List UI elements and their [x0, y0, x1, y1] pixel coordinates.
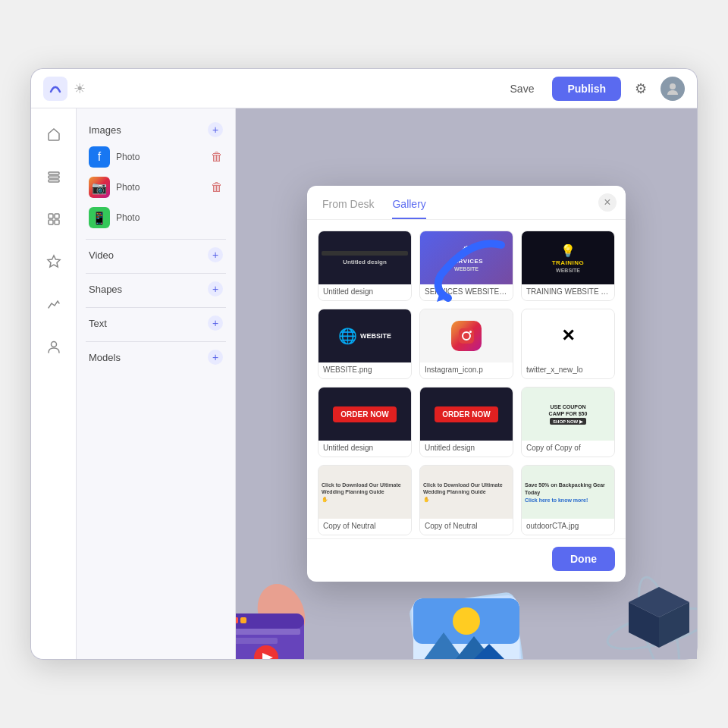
done-button[interactable]: Done: [552, 547, 615, 571]
phone-photo-label: Photo: [116, 212, 140, 223]
grid-item-order2[interactable]: ORDER NOW Untitled design: [419, 387, 513, 457]
instagram-photo-label: Photo: [116, 182, 140, 193]
panel-section-models: Models +: [86, 345, 226, 369]
grid-item-neutral1[interactable]: Click to Download Our Ultimate Wedding P…: [318, 465, 412, 535]
grid-item-label-outdoor: outdoorCTA.jpg: [522, 519, 614, 535]
video-section-header[interactable]: Video +: [86, 243, 226, 267]
settings-icon[interactable]: ⚙: [630, 78, 651, 99]
add-image-button[interactable]: +: [208, 122, 223, 137]
add-text-button[interactable]: +: [208, 315, 223, 331]
text-section-header[interactable]: Text +: [86, 311, 226, 335]
svg-point-8: [51, 342, 56, 347]
sun-icon[interactable]: ☀: [74, 80, 86, 97]
grid-item-coupon[interactable]: USE COUPON CAMP FOR $50 SHOP NOW ▶ Copy …: [521, 387, 615, 457]
thumb-order2: ORDER NOW: [420, 388, 513, 441]
thumb-services: ⚙ SERVICES WEBSITE: [420, 231, 513, 284]
grid-item-label-coupon: Copy of Copy of: [522, 441, 614, 457]
grid-item-label-neutral1: Copy of Neutral: [318, 519, 411, 535]
divider-3: [86, 307, 226, 308]
thumb-order1: ORDER NOW: [318, 388, 411, 441]
delete-fb-button[interactable]: 🗑: [211, 150, 223, 164]
sidebar-icon-home[interactable]: [40, 121, 67, 148]
facebook-photo-item[interactable]: f Photo 🗑: [86, 142, 226, 172]
avatar[interactable]: [661, 77, 685, 101]
add-video-button[interactable]: +: [208, 247, 223, 262]
grid-item-order1[interactable]: ORDER NOW Untitled design: [318, 387, 412, 457]
grid-item-label-order1: Untitled design: [318, 441, 411, 457]
left-panel: Images + f Photo 🗑 📷 Photo 🗑 📱 Photo: [77, 108, 236, 659]
thumb-instagram: [420, 309, 513, 362]
modal-footer: Done: [307, 538, 626, 582]
models-label: Models: [89, 352, 121, 363]
tab-from-desk[interactable]: From Desk: [322, 198, 374, 219]
sidebar: [31, 108, 77, 659]
models-section-header[interactable]: Models +: [86, 345, 226, 369]
top-bar-actions: Save Publish ⚙: [501, 77, 685, 101]
modal-overlay: × From Desk Gallery Unt: [236, 108, 697, 659]
shapes-section-header[interactable]: Shapes +: [86, 277, 226, 301]
thumb-untitled: Untitled design: [318, 231, 411, 284]
sidebar-icon-layers[interactable]: [40, 163, 67, 190]
svg-rect-6: [49, 220, 53, 224]
grid-item-label-training: TRAINING WEBSITE (1).png: [522, 284, 614, 300]
phone-photo-item[interactable]: 📱 Photo: [86, 202, 226, 233]
save-button[interactable]: Save: [501, 78, 544, 99]
panel-section-images: Images + f Photo 🗑 📷 Photo 🗑 📱 Photo: [86, 118, 226, 233]
svg-rect-5: [55, 214, 59, 218]
add-models-button[interactable]: +: [208, 350, 223, 365]
grid-item-untitled[interactable]: Untitled design Untitled design: [318, 231, 412, 301]
grid-item-services[interactable]: ⚙ SERVICES WEBSITE SERVICES WEBSITE (2).…: [419, 231, 513, 301]
instagram-icon-panel: 📷: [89, 177, 110, 198]
sidebar-icon-chart[interactable]: [40, 290, 67, 318]
divider-1: [86, 239, 226, 240]
tab-gallery[interactable]: Gallery: [392, 198, 425, 219]
grid-item-twitter[interactable]: ✕ twitter_x_new_lo: [521, 309, 615, 379]
panel-section-video: Video +: [86, 243, 226, 267]
thumb-website: 🌐 WEBSITE: [318, 309, 411, 362]
grid-item-label-twitter: twitter_x_new_lo: [522, 362, 614, 378]
thumb-outdoor: Save 50% on Backpacking Gear Today Click…: [522, 466, 614, 519]
grid-item-label-instagram: Instagram_icon.p: [420, 362, 513, 378]
app-window: ☀ Save Publish ⚙: [30, 68, 698, 660]
sidebar-icon-user[interactable]: [40, 333, 67, 360]
canvas-area[interactable]: × From Desk Gallery Unt: [236, 108, 697, 659]
add-shapes-button[interactable]: +: [208, 281, 223, 297]
grid-item-website[interactable]: 🌐 WEBSITE WEBSITE.png: [318, 309, 412, 379]
thumb-coupon: USE COUPON CAMP FOR $50 SHOP NOW ▶: [522, 388, 614, 441]
facebook-photo-label: Photo: [116, 152, 140, 162]
thumb-twitter: ✕: [522, 309, 614, 362]
images-section-header[interactable]: Images +: [86, 118, 226, 142]
grid-item-instagram[interactable]: Instagram_icon.p: [419, 309, 513, 379]
modal-grid: Untitled design Untitled design ⚙ SERVIC…: [307, 220, 626, 538]
panel-section-text: Text +: [86, 311, 226, 335]
delete-ig-button[interactable]: 🗑: [211, 180, 223, 194]
svg-rect-3: [49, 180, 59, 182]
svg-rect-1: [49, 172, 59, 174]
gallery-modal: × From Desk Gallery Unt: [307, 186, 626, 582]
grid-item-label-neutral2: Copy of Neutral: [420, 519, 513, 535]
video-label: Video: [89, 249, 114, 261]
grid-item-label-order2: Untitled design: [420, 441, 513, 457]
facebook-icon: f: [89, 146, 110, 168]
grid-item-outdoor[interactable]: Save 50% on Backpacking Gear Today Click…: [521, 465, 615, 535]
grid-item-label-services: SERVICES WEBSITE (2).png: [420, 284, 513, 300]
thumb-neutral1: Click to Download Our Ultimate Wedding P…: [318, 466, 411, 519]
grid-item-neutral2[interactable]: Click to Download Our Ultimate Wedding P…: [419, 465, 513, 535]
grid-item-training[interactable]: 💡 TRAINING WEBSITE TRAINING WEBSITE (1).…: [521, 231, 615, 301]
instagram-photo-item[interactable]: 📷 Photo 🗑: [86, 172, 226, 202]
svg-rect-7: [55, 220, 59, 224]
svg-point-12: [469, 331, 472, 333]
svg-rect-10: [459, 328, 474, 344]
shapes-label: Shapes: [89, 284, 122, 295]
grid-item-label-untitled: Untitled design: [318, 284, 411, 300]
top-bar: ☀ Save Publish ⚙: [31, 69, 697, 108]
modal-tabs: From Desk Gallery: [307, 186, 626, 220]
main-layout: Images + f Photo 🗑 📷 Photo 🗑 📱 Photo: [31, 108, 697, 659]
divider-2: [86, 273, 226, 274]
sidebar-icon-star[interactable]: [40, 248, 67, 275]
publish-button[interactable]: Publish: [552, 77, 621, 101]
images-label: Images: [89, 124, 121, 136]
sidebar-icon-grid[interactable]: [40, 206, 67, 233]
text-label: Text: [89, 318, 107, 329]
modal-close-button[interactable]: ×: [598, 193, 617, 212]
